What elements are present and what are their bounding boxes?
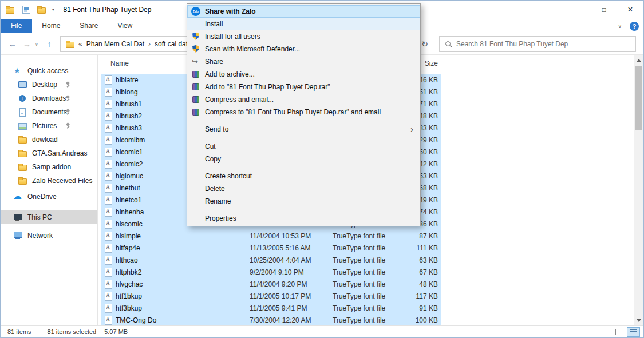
scroll-up-arrow-icon[interactable] — [634, 55, 643, 65]
file-date-modified: 9/2/2004 9:10 PM — [250, 268, 333, 276]
menu-item-label: Share — [205, 58, 223, 66]
sidebar-item-label: Zalo Received Files — [32, 177, 92, 185]
search-box[interactable] — [439, 36, 636, 52]
menu-item-label: Add to archive... — [205, 70, 255, 78]
sidebar-item-desktop[interactable]: Desktop — [1, 78, 97, 92]
breadcrumb-segment[interactable]: Phan Mem Cai Dat — [86, 40, 144, 48]
scroll-down-arrow-icon[interactable] — [634, 316, 643, 325]
recent-locations-chevron-icon[interactable]: ∨ — [33, 37, 41, 51]
file-size: 67 KB — [400, 268, 441, 276]
menu-item-add-to-archive[interactable]: Add to archive... — [187, 68, 420, 81]
sidebar-item-label: GTA.San.Andreas — [32, 149, 88, 157]
window-controls: — □ × — [564, 1, 643, 19]
menu-item-install-for-all-users[interactable]: Install for all users — [187, 30, 420, 43]
file-explorer-window: { "colors": { "accent_blue": "#2b74c9", … — [0, 0, 644, 338]
sidebar-item-pictures[interactable]: Pictures — [1, 119, 97, 133]
menu-separator — [187, 136, 420, 140]
tab-share[interactable]: Share — [70, 19, 108, 33]
tab-view[interactable]: View — [108, 19, 142, 33]
minimize-button[interactable]: — — [564, 1, 591, 19]
menu-item-delete[interactable]: Delete — [187, 182, 420, 195]
hltphbk2[interactable]: hltphbk2 9/2/2004 9:10 PM TrueType font … — [101, 266, 441, 278]
ribbon-collapse-chevron-icon[interactable]: ∨ — [618, 23, 622, 29]
menu-separator — [187, 165, 420, 170]
sidebar-item-label: Desktop — [32, 81, 57, 89]
submenu-arrow-icon — [410, 125, 413, 133]
file-name: hlvgchac — [116, 280, 250, 288]
menu-item-cut[interactable]: Cut — [187, 140, 420, 153]
menu-item-properties[interactable]: Properties — [187, 212, 420, 225]
close-button[interactable]: × — [617, 1, 643, 19]
sidebar-item-network[interactable]: Network — [1, 229, 97, 242]
search-icon — [445, 41, 452, 48]
font-file-icon — [104, 268, 112, 276]
up-button[interactable]: ↑ — [42, 37, 57, 51]
sidebar-item-this-pc[interactable]: This PC — [1, 210, 97, 224]
qat-customize-chevron-icon[interactable]: ▾ — [52, 7, 54, 12]
menu-item-share-with-zalo[interactable]: Share with Zalo — [187, 5, 420, 18]
menu-icon-slot — [191, 142, 201, 151]
menu-item-share[interactable]: Share — [187, 55, 420, 68]
file-size: 100 KB — [400, 316, 441, 324]
menu-item-compress-and-email[interactable]: Compress and email... — [187, 93, 420, 106]
file-size: 48 KB — [400, 280, 441, 288]
forward-button[interactable]: → — [21, 37, 33, 51]
file-type: TrueType font file — [333, 256, 400, 264]
help-icon[interactable]: ? — [630, 22, 639, 31]
maximize-button[interactable]: □ — [591, 1, 617, 19]
qat-properties-icon[interactable] — [22, 6, 30, 14]
htf3bkup[interactable]: htf3bkup 11/1/2005 9:41 PM TrueType font… — [101, 302, 441, 314]
menu-item-label — [192, 138, 417, 138]
thumbnail-view-button[interactable] — [613, 327, 626, 337]
ribbon-tab-label: Share — [80, 22, 98, 30]
search-input[interactable] — [456, 40, 635, 48]
vertical-scrollbar[interactable] — [634, 55, 643, 325]
menu-item-rename[interactable]: Rename — [187, 195, 420, 208]
hlvgchac[interactable]: hlvgchac 11/4/2004 9:20 PM TrueType font… — [101, 278, 441, 290]
tab-file[interactable]: File — [1, 19, 32, 33]
scrollbar-thumb[interactable] — [635, 66, 642, 130]
hltfap4e[interactable]: hltfap4e 11/13/2005 5:16 AM TrueType fon… — [101, 242, 441, 254]
breadcrumb-segment[interactable]: soft cai dat — [155, 40, 188, 48]
menu-item-create-shortcut[interactable]: Create shortcut — [187, 170, 420, 182]
font-file-icon — [104, 316, 112, 324]
file-type: TrueType font file — [333, 316, 400, 324]
menu-item-label — [192, 210, 417, 210]
sidebar-item-quick-access[interactable]: Quick access — [1, 64, 97, 78]
details-view-button[interactable] — [627, 327, 640, 337]
menu-item-add-to-named-archive[interactable]: Add to "81 Font Thu Phap Tuyet Dep.rar" — [187, 81, 420, 93]
document-icon — [18, 108, 27, 117]
menu-item-install[interactable]: Install — [187, 18, 420, 30]
sidebar-item-dowload[interactable]: dowload — [1, 133, 97, 146]
pin-icon — [65, 122, 71, 129]
TMC-Ong Do[interactable]: TMC-Ong Do 7/30/2004 12:20 AM TrueType f… — [101, 314, 441, 326]
file-date-modified: 11/13/2005 5:16 AM — [250, 244, 333, 252]
menu-item-scan-with-microsoft-defender[interactable]: Scan with Microsoft Defender... — [187, 43, 420, 55]
menu-item-label: Scan with Microsoft Defender... — [205, 45, 300, 53]
htf1bkup[interactable]: htf1bkup 11/1/2005 10:17 PM TrueType fon… — [101, 290, 441, 302]
qat-new-folder-icon[interactable] — [37, 5, 46, 14]
sidebar-item-onedrive[interactable]: OneDrive — [1, 190, 97, 204]
menu-item-compress-to-named-and-email[interactable]: Compress to "81 Font Thu Phap Tuyet Dep.… — [187, 106, 420, 118]
column-header-name[interactable]: Name — [110, 59, 129, 67]
sidebar-item-downloads[interactable]: Downloads — [1, 92, 97, 105]
ribbon-tab-label: Home — [42, 22, 60, 30]
file-date-modified: 11/1/2005 10:17 PM — [250, 292, 333, 300]
font-file-icon — [104, 232, 112, 240]
items-count: 81 items — [7, 328, 31, 335]
address-folder-icon — [65, 39, 74, 49]
menu-separator — [187, 118, 420, 123]
sidebar-item-documents[interactable]: Documents — [1, 105, 97, 119]
hlsimple[interactable]: hlsimple 11/4/2004 10:53 PM TrueType fon… — [101, 230, 441, 242]
back-button[interactable]: ← — [5, 37, 20, 51]
menu-item-copy[interactable]: Copy — [187, 153, 420, 165]
quick-access-toolbar: ▾ — [22, 5, 54, 14]
sidebar-item-zalo-received-files[interactable]: Zalo Received Files — [1, 174, 97, 188]
menu-item-label: Send to — [205, 125, 228, 133]
breadcrumb-overflow-chevron[interactable]: « — [78, 40, 82, 48]
sidebar-item-samp-addon[interactable]: Samp addon — [1, 160, 97, 174]
menu-item-send-to[interactable]: Send to — [187, 123, 420, 136]
sidebar-item-gta-san-andreas[interactable]: GTA.San.Andreas — [1, 146, 97, 160]
tab-home[interactable]: Home — [32, 19, 70, 33]
hlthcao[interactable]: hlthcao 10/25/2004 4:04 AM TrueType font… — [101, 254, 441, 266]
